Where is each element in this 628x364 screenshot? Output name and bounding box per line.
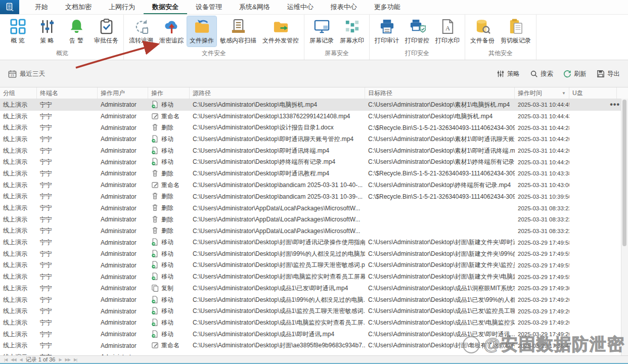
column-header-usb[interactable]: U盘 — [569, 87, 617, 99]
table-row[interactable]: 线上演示宁宁Administrator移动C:\Users\Administra… — [0, 99, 628, 111]
table-row[interactable]: 线上演示宁宁Administrator移动C:\Users\Administra… — [0, 133, 628, 145]
table-row[interactable]: 线上演示宁宁Administrator重命名C:\Users\Administr… — [0, 111, 628, 122]
column-header-user[interactable]: 操作用户 — [98, 87, 148, 99]
svg-text:23: 23 — [11, 73, 14, 77]
ribbon-button-屏幕记录[interactable]: 屏幕记录 — [307, 16, 336, 47]
table-row[interactable]: 线上演示宁宁Administrator移动C:\Users\Administra… — [0, 294, 628, 306]
ribbon-button-label: 审批任务 — [94, 36, 118, 45]
menu-tab-上网行为[interactable]: 上网行为 — [100, 0, 144, 14]
action-策略[interactable]: 策略 — [497, 70, 520, 78]
column-header-target[interactable]: 目标路径 — [365, 87, 515, 99]
pager-next-button[interactable]: ▶ — [59, 357, 61, 362]
vertical-scrollbar[interactable] — [621, 99, 628, 356]
pager-next-group-button[interactable]: ▶▶ — [65, 357, 70, 362]
table-row[interactable]: 线上演示宁宁Administrator删除C:\Users\Administra… — [0, 202, 628, 214]
table-row[interactable]: 线上演示宁宁Administrator复制C:\Users\Administra… — [0, 283, 628, 294]
ribbon-button-文件外发管控[interactable]: 文件外发管控 — [260, 16, 301, 47]
action-刷新[interactable]: 刷新 — [563, 70, 587, 78]
cell-user: Administrator — [98, 331, 148, 338]
column-header-group[interactable]: 分组 — [0, 87, 37, 99]
ribbon-button-文件备份[interactable]: 文件备份 — [468, 16, 497, 47]
ribbon-group-label: 其他安全 — [468, 48, 533, 60]
menu-tab-运维中心[interactable]: 运维中心 — [279, 0, 322, 14]
table-row[interactable]: 线上演示宁宁Administrator移动C:\Users\Administra… — [0, 156, 628, 168]
ribbon-button-文件操作[interactable]: 文件操作 — [187, 16, 216, 47]
app-menu-button[interactable] — [0, 0, 19, 14]
cell-user: Administrator — [98, 262, 148, 269]
table-row[interactable]: 线上演示宁宁Administrator重命名C:\Users\Administr… — [0, 179, 628, 191]
table-row[interactable]: 线上演示宁宁Administrator删除C:\Users\Administra… — [0, 225, 628, 237]
ribbon-button-打印审计[interactable]: 打印审计 — [372, 16, 401, 47]
rename-icon — [151, 181, 159, 189]
table-row[interactable]: 线上演示宁宁Administrator移动C:\Users\Administra… — [0, 305, 628, 317]
ribbon-button-打印水印[interactable]: A打印水印 — [433, 16, 462, 47]
table-row[interactable]: 线上演示宁宁Administrator删除C:\Users\Administra… — [0, 191, 628, 203]
column-header-terminal[interactable]: 终端名 — [37, 87, 98, 99]
menu-tab-报表中心[interactable]: 报表中心 — [322, 0, 366, 14]
delete-icon — [151, 226, 159, 234]
overview-grid-icon — [10, 18, 26, 35]
alert-bell-icon — [68, 18, 85, 35]
ribbon-group-label: 概览 — [4, 48, 121, 60]
table-row[interactable]: 线上演示宁宁Administrator移动C:\Users\Administra… — [0, 260, 628, 271]
table-row[interactable]: 线上演示宁宁Administrator移动C:\Users\Administra… — [0, 248, 628, 260]
cell-target: C:\$Recycle.Bin\S-1-5-21-326340493-11140… — [365, 170, 515, 177]
ribbon-button-剪切板记录[interactable]: 剪切板记录 — [498, 16, 533, 47]
pager-last-button[interactable]: ▶| — [74, 357, 77, 362]
action-搜索[interactable]: 搜索 — [530, 70, 553, 78]
cell-source: C:\Users\Administrator\Desktop\成品1\已发\即时… — [190, 284, 365, 293]
scrollbar-thumb[interactable] — [622, 100, 626, 246]
filter-dropdown-icon[interactable]: ▼ — [562, 88, 566, 99]
menu-tab-开始[interactable]: 开始 — [26, 0, 57, 14]
menu-tab-文档加密[interactable]: 文档加密 — [57, 0, 100, 14]
column-header-op[interactable]: 操作 — [148, 87, 190, 99]
menu-tab-数据安全[interactable]: 数据安全 — [144, 0, 187, 14]
cell-user: Administrator — [98, 101, 148, 108]
ribbon-button-审批任务[interactable]: 审批任务 — [92, 16, 121, 47]
ribbon-button-告警[interactable]: 告 警 — [62, 16, 91, 47]
table-row[interactable]: 线上演示宁宁Administrator删除C:\Users\Administra… — [0, 214, 628, 225]
row-more-button[interactable]: ••• — [610, 99, 620, 110]
ribbon-button-打印管控[interactable]: 打印管控 — [402, 16, 432, 47]
column-header-time[interactable]: 操作时间▼ — [515, 87, 569, 99]
clipboard-record-icon — [508, 18, 524, 35]
table-row[interactable]: 线上演示宁宁Administrator移动C:\Users\Administra… — [0, 317, 628, 329]
ribbon-button-敏感内容扫描[interactable]: 敏感内容扫描 — [217, 16, 259, 47]
move-icon — [151, 238, 159, 246]
cell-time: 2025-03-29 17:49:55 — [515, 251, 569, 257]
ribbon-button-流转追溯[interactable]: 流转追溯 — [126, 16, 156, 47]
table-row[interactable]: 线上演示宁宁Administrator移动C:\Users\Administra… — [0, 237, 628, 248]
action-label: 策略 — [507, 70, 520, 78]
table-row[interactable]: 线上演示宁宁Administrator移动C:\Users\Administra… — [0, 271, 628, 283]
grid-body: 线上演示宁宁Administrator移动C:\Users\Administra… — [0, 99, 628, 356]
cell-op: 移动 — [148, 101, 190, 109]
column-header-filler — [617, 87, 628, 99]
cell-op: 移动 — [148, 272, 190, 281]
column-header-source[interactable]: 源路径 — [190, 87, 365, 99]
cell-time: 2025-03-29 17:49:55 — [515, 262, 569, 268]
cell-group: 线上演示 — [0, 238, 37, 247]
date-range-filter[interactable]: 23 最近三天 — [8, 70, 45, 78]
table-row[interactable]: 线上演示宁宁Administrator删除C:\Users\Administra… — [0, 168, 628, 179]
table-row[interactable]: 线上演示宁宁Administrator删除C:\Users\Administra… — [0, 122, 628, 133]
ribbon-button-屏幕水印[interactable]: 屏幕水印 — [337, 16, 367, 47]
cell-source: C:\Users\Administrator\Desktop\封面\电脑监控实时… — [190, 272, 365, 281]
pager-prev-group-button[interactable]: ◀◀ — [11, 357, 16, 362]
pager-prev-button[interactable]: ◀ — [20, 357, 22, 362]
table-row[interactable]: 线上演示宁宁Administrator移动C:\Users\Administra… — [0, 145, 628, 157]
action-导出[interactable]: 导出 — [597, 70, 620, 78]
ribbon-button-概览[interactable]: 概 览 — [4, 16, 32, 47]
cell-group: 线上演示 — [0, 192, 37, 201]
menu-tab-系统&网络[interactable]: 系统&网络 — [231, 0, 279, 14]
ribbon-button-泄密追踪[interactable]: 泄密追踪 — [157, 16, 186, 47]
table-row[interactable]: 线上演示宁宁Administrator移动C:\Users\Administra… — [0, 329, 628, 340]
cell-terminal: 宁宁 — [37, 272, 98, 281]
menu-tab-设备管理[interactable]: 设备管理 — [187, 0, 231, 14]
cell-source: C:\Users\Administrator\Desktop\电脑拆机.mp4 — [190, 101, 365, 109]
menu-tab-更多功能[interactable]: 更多功能 — [366, 0, 409, 14]
move-icon — [151, 272, 159, 280]
ribbon-button-策略[interactable]: 策 略 — [33, 16, 61, 47]
delete-icon — [151, 123, 159, 131]
pager-first-button[interactable]: |◀ — [4, 357, 7, 362]
table-row[interactable]: 线上演示宁宁Administrator重命名C:\Users\Administr… — [0, 340, 628, 351]
